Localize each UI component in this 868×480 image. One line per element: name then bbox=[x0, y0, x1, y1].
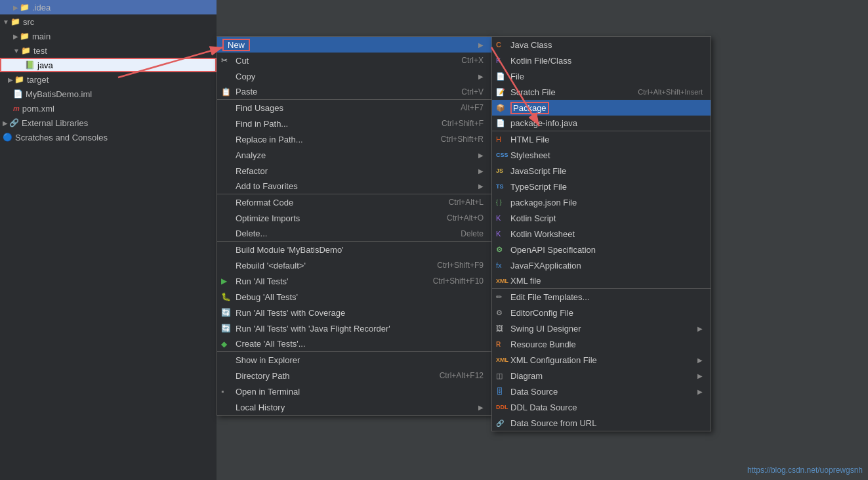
submenu-arrow-icon: ▶ bbox=[478, 404, 484, 411]
submenu-arrow-icon: ▶ bbox=[697, 325, 703, 332]
submenu-item-scratch[interactable]: 📝 Scratch File Ctrl+Alt+Shift+Insert bbox=[492, 84, 711, 100]
submenu-item-kotlin-file[interactable]: K Kotlin File/Class bbox=[492, 53, 711, 68]
submenu-item-package-info[interactable]: 📄 package-info.java bbox=[492, 116, 711, 131]
submenu-item-xml[interactable]: XML XML file bbox=[492, 273, 711, 289]
ddl-icon: DDL bbox=[496, 404, 508, 410]
openapi-icon: ⚙ bbox=[496, 246, 503, 254]
menu-item-new[interactable]: New ▶ bbox=[217, 37, 491, 53]
menu-item-run-coverage[interactable]: 🔄 Run 'All Tests' with Coverage bbox=[217, 305, 491, 320]
menu-item-run-flight[interactable]: 🔄 Run 'All Tests' with 'Java Flight Reco… bbox=[217, 320, 491, 336]
sidebar-item-java[interactable]: 📗 java bbox=[0, 58, 217, 72]
submenu-item-file[interactable]: 📄 File bbox=[492, 68, 711, 84]
submenu-item-label: Scratch File bbox=[510, 87, 556, 97]
submenu-item-data-url[interactable]: 🔗 Data Source from URL bbox=[492, 415, 711, 431]
submenu-item-javafx[interactable]: fx JavaFXApplication bbox=[492, 257, 711, 273]
submenu-item-html[interactable]: H HTML File bbox=[492, 131, 711, 147]
menu-item-open-terminal[interactable]: ▪ Open in Terminal bbox=[217, 383, 491, 399]
submenu-item-ts[interactable]: TS TypeScript File bbox=[492, 179, 711, 194]
menu-item-find-usages[interactable]: Find Usages Alt+F7 bbox=[217, 100, 491, 116]
submenu-arrow-icon: ▶ bbox=[697, 372, 703, 380]
sidebar-item-main[interactable]: ▶ 📁 main bbox=[0, 29, 217, 43]
menu-item-create-tests[interactable]: ◆ Create 'All Tests'... bbox=[217, 336, 491, 352]
sidebar-item-pom[interactable]: m pom.xml bbox=[0, 101, 217, 116]
context-menu: New ▶ ✂ Cut Ctrl+X Copy ▶ 📋 Paste Ctrl+V… bbox=[217, 36, 492, 416]
coverage-icon: 🔄 bbox=[221, 308, 231, 317]
menu-item-replace-path[interactable]: Replace in Path... Ctrl+Shift+R bbox=[217, 131, 491, 147]
chevron-down-icon: ▼ bbox=[13, 47, 20, 55]
kotlin-worksheet-icon: K bbox=[496, 230, 501, 238]
pkginfo-icon: 📄 bbox=[496, 119, 505, 127]
submenu-item-java-class[interactable]: C Java Class bbox=[492, 37, 711, 53]
submenu-item-openapi[interactable]: ⚙ OpenAPI Specification bbox=[492, 242, 711, 257]
datasource-icon: 🗄 bbox=[496, 387, 503, 395]
shortcut-paste: Ctrl+V bbox=[461, 87, 484, 97]
menu-item-debug-tests[interactable]: 🐛 Debug 'All Tests' bbox=[217, 289, 491, 305]
sidebar-item-label: pom.xml bbox=[22, 104, 54, 114]
flight-icon: 🔄 bbox=[221, 324, 231, 333]
submenu-item-label: Diagram bbox=[510, 371, 543, 381]
submenu-item-diagram[interactable]: ◫ Diagram ▶ bbox=[492, 368, 711, 383]
menu-item-label: Paste bbox=[236, 87, 257, 97]
create-icon: ◆ bbox=[221, 339, 227, 349]
menu-item-local-history[interactable]: Local History ▶ bbox=[217, 399, 491, 415]
submenu-arrow-icon: ▶ bbox=[478, 73, 484, 80]
sidebar-item-test[interactable]: ▼ 📁 test bbox=[0, 43, 217, 58]
menu-item-optimize[interactable]: Optimize Imports Ctrl+Alt+O bbox=[217, 210, 491, 226]
submenu-item-resource-bundle[interactable]: R Resource Bundle bbox=[492, 336, 711, 352]
java-folder-icon: 📗 bbox=[25, 60, 35, 70]
sidebar-item-label: MyBatisDemo.iml bbox=[26, 89, 92, 99]
chevron-right-icon: ▶ bbox=[13, 4, 18, 11]
menu-item-label: Copy bbox=[236, 72, 255, 81]
sidebar-item-external[interactable]: ▶ 🔗 External Libraries bbox=[0, 116, 217, 130]
menu-item-build-module[interactable]: Build Module 'MyBatisDemo' bbox=[217, 242, 491, 257]
submenu-item-edit-templates[interactable]: ✏ Edit File Templates... bbox=[492, 289, 711, 305]
menu-item-run-tests[interactable]: ▶ Run 'All Tests' Ctrl+Shift+F10 bbox=[217, 273, 491, 289]
sidebar-item-scratches[interactable]: 🔵 Scratches and Consoles bbox=[0, 130, 217, 144]
menu-item-analyze[interactable]: Analyze ▶ bbox=[217, 147, 491, 163]
chevron-right-icon: ▶ bbox=[8, 76, 13, 83]
sidebar-item-idea[interactable]: ▶ 📁 .idea bbox=[0, 0, 217, 14]
java-class-icon: C bbox=[496, 41, 501, 49]
submenu-item-label: Stylesheet bbox=[510, 150, 550, 160]
shortcut-cut: Ctrl+X bbox=[461, 56, 484, 65]
menu-item-show-explorer[interactable]: Show in Explorer bbox=[217, 352, 491, 368]
submenu-item-data-source[interactable]: 🗄 Data Source ▶ bbox=[492, 383, 711, 399]
terminal-icon: ▪ bbox=[221, 387, 224, 396]
sidebar-item-iml[interactable]: 📄 MyBatisDemo.iml bbox=[0, 87, 217, 101]
menu-item-reformat[interactable]: Reformat Code Ctrl+Alt+L bbox=[217, 194, 491, 210]
shortcut-reformat: Ctrl+Alt+L bbox=[449, 198, 484, 207]
menu-item-label: Replace in Path... bbox=[236, 135, 303, 144]
watermark: https://blog.csdn.net/uoprewgsnh bbox=[747, 466, 863, 475]
submenu-item-package[interactable]: 📦 Package bbox=[492, 100, 711, 116]
menu-item-delete[interactable]: Delete... Delete bbox=[217, 226, 491, 242]
menu-item-cut[interactable]: ✂ Cut Ctrl+X bbox=[217, 53, 491, 68]
xml-icon: XML bbox=[496, 278, 508, 284]
sidebar-item-target[interactable]: ▶ 📁 target bbox=[0, 72, 217, 87]
submenu-item-ddl[interactable]: DDL DDL Data Source bbox=[492, 399, 711, 415]
submenu-arrow-icon: ▶ bbox=[697, 388, 703, 395]
submenu-item-label: package.json File bbox=[510, 198, 577, 207]
submenu-item-css[interactable]: CSS Stylesheet bbox=[492, 147, 711, 163]
menu-item-refactor[interactable]: Refactor ▶ bbox=[217, 163, 491, 179]
submenu-item-xml-config[interactable]: XML XML Configuration File ▶ bbox=[492, 352, 711, 368]
menu-item-rebuild[interactable]: Rebuild '<default>' Ctrl+Shift+F9 bbox=[217, 257, 491, 273]
sidebar-item-label: Scratches and Consoles bbox=[15, 133, 108, 142]
menu-item-copy[interactable]: Copy ▶ bbox=[217, 68, 491, 84]
submenu-item-swing-ui[interactable]: 🖼 Swing UI Designer ▶ bbox=[492, 320, 711, 336]
menu-item-label: Find Usages bbox=[236, 103, 283, 113]
menu-item-add-favorites[interactable]: Add to Favorites ▶ bbox=[217, 179, 491, 194]
menu-item-paste[interactable]: 📋 Paste Ctrl+V bbox=[217, 84, 491, 100]
menu-item-dir-path[interactable]: Directory Path Ctrl+Alt+F12 bbox=[217, 368, 491, 383]
submenu-item-kotlin-worksheet[interactable]: K Kotlin Worksheet bbox=[492, 226, 711, 242]
submenu-item-editorconfig[interactable]: ⚙ EditorConfig File bbox=[492, 305, 711, 320]
submenu-item-json[interactable]: { } package.json File bbox=[492, 194, 711, 210]
sidebar-item-src[interactable]: ▼ 📁 src bbox=[0, 14, 217, 29]
folder-icon: 📁 bbox=[20, 32, 30, 41]
ts-icon: TS bbox=[496, 183, 504, 190]
menu-item-label: Run 'All Tests' bbox=[236, 276, 289, 286]
sidebar-item-label: test bbox=[33, 46, 47, 56]
submenu-item-js[interactable]: JS JavaScript File bbox=[492, 163, 711, 179]
submenu-item-label: HTML File bbox=[510, 135, 549, 144]
submenu-item-kotlin-script[interactable]: K Kotlin Script bbox=[492, 210, 711, 226]
menu-item-find-path[interactable]: Find in Path... Ctrl+Shift+F bbox=[217, 116, 491, 131]
